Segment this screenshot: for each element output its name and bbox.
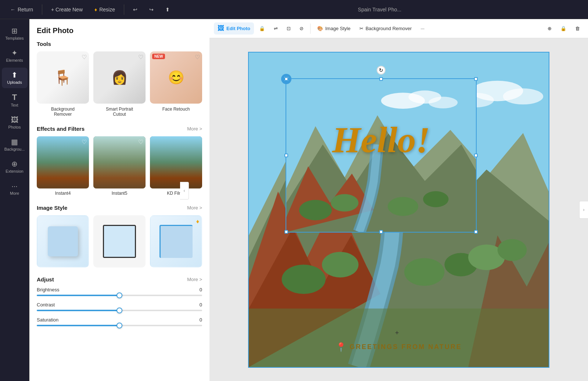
add-element-icon[interactable]: + <box>395 329 399 337</box>
favorite-icon[interactable]: ♡ <box>138 54 143 61</box>
lock-toolbar-button[interactable]: 🔒 <box>255 24 269 33</box>
brightness-label-row: Brightness 0 <box>37 287 202 292</box>
saturation-fill <box>37 325 119 326</box>
image-style-toolbar-button[interactable]: 🎨 Image Style <box>313 24 354 33</box>
greetings-text: GREETINGS FROM NATURE <box>349 343 462 351</box>
favorite-icon[interactable]: ♡ <box>82 139 87 145</box>
crop-toolbar-button[interactable]: ⊡ <box>283 24 294 33</box>
contrast-thumb[interactable] <box>116 308 122 313</box>
effects-section-header: Effects and Filters More > <box>37 126 202 132</box>
tool-thumb-smart-portrait: 👩 ♡ <box>93 51 146 104</box>
favorite-icon[interactable]: ♡ <box>195 54 200 61</box>
sidebar-item-label: Text <box>11 103 18 107</box>
checkerboard-icon: ⊘ <box>300 26 304 31</box>
svg-point-25 <box>299 200 332 220</box>
layers-toolbar-button[interactable]: ⊕ <box>544 24 555 33</box>
adjust-more-link[interactable]: More > <box>187 277 202 282</box>
create-new-button[interactable]: + Create New <box>47 4 87 15</box>
collapse-right-panel-button[interactable]: › <box>579 201 588 219</box>
topbar-divider-1 <box>42 4 42 15</box>
effects-more-link[interactable]: More > <box>187 126 202 132</box>
topbar: ← Return + Create New ♦ Resize ↩ ↪ ⬆ Spa… <box>0 0 588 19</box>
sidebar-item-elements[interactable]: ✦ Elements <box>2 46 28 66</box>
svg-point-16 <box>498 239 527 261</box>
saturation-thumb[interactable] <box>116 323 122 328</box>
diamond-icon: ♦ <box>94 7 97 12</box>
resize-handle-bm[interactable] <box>379 230 383 234</box>
sidebar-item-extension[interactable]: ⊕ Extension <box>2 157 28 177</box>
style-corner-preview <box>159 225 193 258</box>
redo-icon: ↪ <box>149 7 154 12</box>
undo-button[interactable]: ↩ <box>129 4 142 15</box>
transparency-toolbar-button[interactable]: ⊘ <box>296 24 307 33</box>
topbar-divider-2 <box>124 4 124 15</box>
adjust-section-header: Adjust More > <box>37 276 202 283</box>
filter-instant4[interactable]: ♡ Instant4 <box>37 136 89 196</box>
lock2-icon: 🔒 <box>560 26 566 31</box>
sidebar-item-background[interactable]: ▦ Backgrou... <box>2 134 28 155</box>
upload-button[interactable]: ⬆ <box>161 4 174 15</box>
brightness-slider-track[interactable] <box>37 295 202 296</box>
resize-handle-br[interactable] <box>474 230 478 234</box>
new-badge: NEW <box>152 54 165 59</box>
style-shadow-preview <box>48 226 78 257</box>
redo-button[interactable]: ↪ <box>145 4 158 15</box>
undo-icon: ↩ <box>133 7 137 12</box>
layers-icon: ⊕ <box>548 26 552 31</box>
tool-label-smart-portrait: Smart PortraitCutout <box>106 107 133 117</box>
selected-image-element[interactable]: ↻ 🖼 <box>286 78 477 233</box>
sidebar-item-templates[interactable]: ⊞ Templates <box>2 24 28 44</box>
sidebar-item-uploads[interactable]: ⬆ Uploads <box>2 68 28 88</box>
brightness-label: Brightness <box>37 287 59 292</box>
tools-grid: 🪑 ♡ BackgroundRemover 👩 ♡ Smart Portrait… <box>37 51 202 117</box>
favorite-icon[interactable]: ♡ <box>82 54 87 61</box>
sidebar-item-text[interactable]: T Text <box>2 90 28 111</box>
sidebar-item-label: More <box>10 191 19 195</box>
filter-thumb-instant4: ♡ <box>37 136 89 188</box>
document-title: Spain Travel Pho... <box>177 7 582 12</box>
collapse-panel-button[interactable]: ‹ <box>180 182 189 200</box>
filter-label-instant4: Instant4 <box>55 191 71 196</box>
bg-remover-toolbar-button[interactable]: ✂ Background Remover <box>356 24 416 33</box>
tool-bg-remover[interactable]: 🪑 ♡ BackgroundRemover <box>37 51 89 117</box>
rotate-handle[interactable]: ↻ <box>377 66 386 75</box>
more-icon: ··· <box>11 182 18 190</box>
tool-face-retouch[interactable]: 😊 NEW ♡ Face Retouch <box>150 51 202 117</box>
filter-instant5[interactable]: ♡ Instant5 <box>93 136 146 196</box>
svg-point-12 <box>322 252 359 277</box>
style-card-shadow[interactable] <box>37 215 89 267</box>
scissors-icon: ✂ <box>359 26 363 31</box>
tools-section-title: Tools <box>37 41 202 47</box>
design-canvas[interactable]: ↻ 🖼 <box>248 52 549 368</box>
style-border-preview <box>103 225 136 258</box>
tool-label-face-retouch: Face Retouch <box>162 107 190 112</box>
more-toolbar-button[interactable]: ··· <box>417 24 428 33</box>
delete-toolbar-button[interactable]: 🗑 <box>571 24 584 33</box>
style-card-corner[interactable]: ♦ <box>150 215 202 267</box>
lock2-toolbar-button[interactable]: 🔒 <box>557 24 570 33</box>
return-button[interactable]: ← Return <box>6 4 37 15</box>
trash-icon: 🗑 <box>575 26 580 31</box>
tool-thumb-face-retouch: 😊 NEW ♡ <box>150 51 202 104</box>
return-arrow-icon: ← <box>10 7 15 12</box>
sidebar-item-photos[interactable]: 🖼 Photos <box>2 112 28 133</box>
favorite-icon[interactable]: ♡ <box>138 139 143 145</box>
adjust-toolbar-button[interactable]: ⇌ <box>270 24 282 33</box>
style-card-border[interactable] <box>93 215 146 267</box>
brightness-thumb[interactable] <box>116 292 122 298</box>
crop-icon: ⊡ <box>287 26 291 31</box>
sidebar-item-more[interactable]: ··· More <box>2 179 28 199</box>
filter-kd-film7[interactable]: KD Film7 <box>150 136 202 196</box>
resize-button[interactable]: ♦ Resize <box>90 4 119 15</box>
edit-photo-toolbar-button[interactable]: 🖼 Edit Photo <box>214 22 254 35</box>
uploads-icon: ⬆ <box>11 71 18 79</box>
tool-smart-portrait[interactable]: 👩 ♡ Smart PortraitCutout <box>93 51 146 117</box>
style-more-link[interactable]: More > <box>187 205 202 211</box>
contrast-slider-track[interactable] <box>37 310 202 311</box>
text-icon: T <box>12 93 17 101</box>
resize-handle-bl[interactable] <box>284 230 288 234</box>
templates-icon: ⊞ <box>11 27 18 35</box>
saturation-slider-track[interactable] <box>37 325 202 326</box>
panel-title: Edit Photo <box>37 26 202 35</box>
contrast-row: Contrast 0 <box>37 302 202 311</box>
